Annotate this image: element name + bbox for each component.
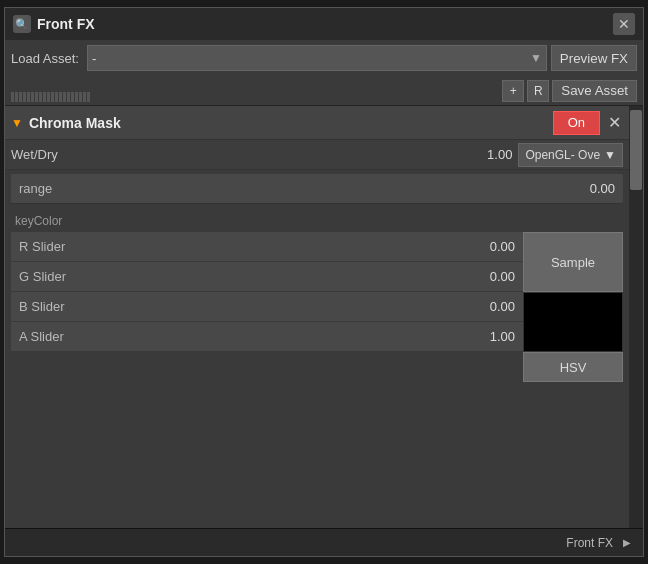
- asset-select-dropdown[interactable]: - ▼: [87, 45, 547, 71]
- g-slider-value: 0.00: [490, 269, 515, 284]
- status-bar: Front FX ▶: [5, 528, 643, 556]
- asset-select-value: -: [92, 51, 96, 66]
- g-slider-label: G Slider: [19, 269, 490, 284]
- color-swatch: [523, 292, 623, 352]
- a-slider-label: A Slider: [19, 329, 490, 344]
- slider-section: R Slider 0.00 G Slider 0.00 B Slider 0.0…: [11, 232, 623, 382]
- scrollbar[interactable]: [629, 106, 643, 528]
- main-window: 🔍 Front FX ✕ Load Asset: - ▼ Preview FX: [4, 7, 644, 557]
- chroma-mask-section-header: ▼ Chroma Mask On ✕: [5, 106, 629, 140]
- secondary-toolbar: + R Save Asset: [5, 76, 643, 106]
- a-slider-value: 1.00: [490, 329, 515, 344]
- empty-area: [5, 386, 629, 466]
- preview-fx-button[interactable]: Preview FX: [551, 45, 637, 71]
- content-area: ▼ Chroma Mask On ✕ Wet/Dry 1.00 OpenGL- …: [5, 106, 643, 528]
- keycolor-label: keyColor: [5, 208, 629, 232]
- title-bar: 🔍 Front FX ✕: [5, 8, 643, 40]
- blend-mode-dropdown[interactable]: OpenGL- Ove ▼: [518, 143, 623, 167]
- range-row[interactable]: range 0.00: [11, 174, 623, 204]
- reset-button[interactable]: R: [527, 80, 549, 102]
- window-icon: 🔍: [13, 15, 31, 33]
- window-title: Front FX: [37, 16, 607, 32]
- a-slider-row[interactable]: A Slider 1.00: [11, 322, 523, 352]
- sample-button[interactable]: Sample: [523, 232, 623, 292]
- load-asset-label: Load Asset:: [11, 51, 79, 66]
- wetdry-label: Wet/Dry: [11, 147, 456, 162]
- g-slider-row[interactable]: G Slider 0.00: [11, 262, 523, 292]
- r-slider-label: R Slider: [19, 239, 490, 254]
- dropdown-arrow-icon: ▼: [530, 51, 542, 65]
- on-toggle-button[interactable]: On: [553, 111, 600, 135]
- wetdry-value: 1.00: [462, 147, 512, 162]
- slider-table: R Slider 0.00 G Slider 0.00 B Slider 0.0…: [11, 232, 523, 382]
- collapse-arrow-icon[interactable]: ▼: [11, 116, 23, 130]
- range-label: range: [19, 181, 590, 196]
- blend-mode-value: OpenGL- Ove: [525, 148, 600, 162]
- r-slider-row[interactable]: R Slider 0.00: [11, 232, 523, 262]
- status-text: Front FX: [566, 536, 613, 550]
- triangle-icon[interactable]: ▶: [619, 535, 635, 551]
- b-slider-value: 0.00: [490, 299, 515, 314]
- wetdry-row: Wet/Dry 1.00 OpenGL- Ove ▼: [5, 140, 629, 170]
- r-slider-value: 0.00: [490, 239, 515, 254]
- b-slider-row[interactable]: B Slider 0.00: [11, 292, 523, 322]
- save-asset-button[interactable]: Save Asset: [552, 80, 637, 102]
- load-asset-toolbar: Load Asset: - ▼ Preview FX: [5, 40, 643, 76]
- main-panel: ▼ Chroma Mask On ✕ Wet/Dry 1.00 OpenGL- …: [5, 106, 629, 528]
- tick-strip: [11, 80, 499, 102]
- chroma-mask-title: Chroma Mask: [29, 115, 547, 131]
- range-value: 0.00: [590, 181, 615, 196]
- hsv-button[interactable]: HSV: [523, 352, 623, 382]
- window-close-button[interactable]: ✕: [613, 13, 635, 35]
- b-slider-label: B Slider: [19, 299, 490, 314]
- add-button[interactable]: +: [502, 80, 524, 102]
- scrollbar-thumb[interactable]: [630, 110, 642, 190]
- section-close-button[interactable]: ✕: [606, 113, 623, 132]
- color-preview-column: Sample HSV: [523, 232, 623, 382]
- blend-mode-arrow-icon: ▼: [604, 148, 616, 162]
